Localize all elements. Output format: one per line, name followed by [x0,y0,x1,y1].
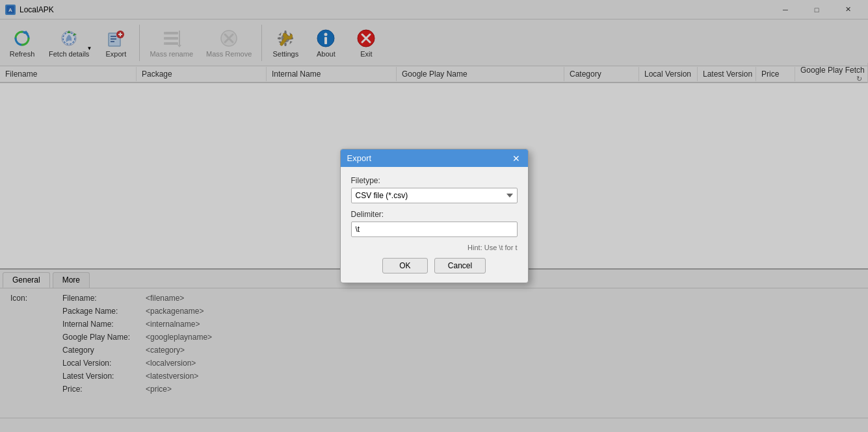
export-dialog: Export ✕ Filetype: CSV file (*.csv) TSV … [340,149,529,283]
delimiter-label: Delimiter: [351,210,518,219]
filetype-select[interactable]: CSV file (*.csv) TSV file (*.tsv) Excel … [351,188,518,203]
delimiter-field: Delimiter: [351,210,518,237]
delimiter-input[interactable] [351,222,518,237]
cancel-button[interactable]: Cancel [434,258,486,273]
dialog-close-button[interactable]: ✕ [511,154,521,163]
filetype-field: Filetype: CSV file (*.csv) TSV file (*.t… [351,176,518,203]
ok-button[interactable]: OK [382,258,428,273]
dialog-buttons: OK Cancel [351,258,518,273]
dialog-title: Export [347,153,372,163]
dialog-title-bar: Export ✕ [341,149,528,167]
filetype-label: Filetype: [351,176,518,185]
hint-text: Hint: Use \t for t [351,244,518,251]
dialog-body: Filetype: CSV file (*.csv) TSV file (*.t… [341,167,528,283]
modal-overlay: Export ✕ Filetype: CSV file (*.csv) TSV … [0,0,868,432]
